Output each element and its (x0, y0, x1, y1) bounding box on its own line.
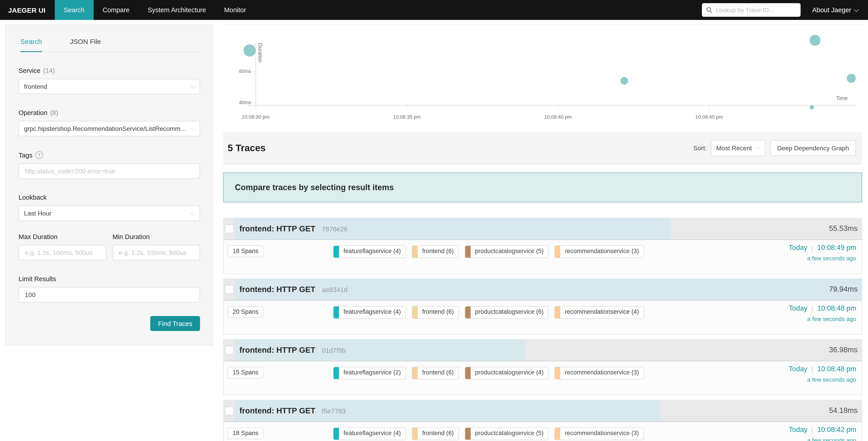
chevron-down-icon (854, 7, 859, 12)
trace-scatter-point[interactable] (244, 45, 256, 57)
service-badge: productcatalogservice (4) (465, 367, 549, 379)
sort-label: Sort: (693, 144, 707, 151)
lookback-select[interactable]: Last Hour (19, 206, 200, 221)
help-icon[interactable]: ? (35, 151, 43, 159)
service-badge: featureflagservice (4) (333, 306, 406, 319)
trace-id-lookup[interactable] (702, 3, 800, 17)
app-logo: JAEGER UI (0, 6, 55, 14)
service-badge: recommendationservice (3) (554, 367, 644, 379)
operation-select[interactable]: grpc.hipstershop.RecommendationService/L… (19, 121, 200, 136)
service-badge-label: productcatalogservice (4) (470, 367, 548, 379)
service-color-swatch (412, 367, 418, 379)
service-badge: productcatalogservice (6) (465, 306, 549, 319)
trace-date: Today (789, 304, 808, 312)
service-color-swatch (465, 246, 470, 258)
service-badge: frontend (6) (412, 428, 459, 440)
trace-select-checkbox[interactable] (225, 346, 234, 355)
service-color-swatch (555, 367, 560, 379)
trace-select-checkbox[interactable] (225, 407, 234, 415)
service-badges: featureflagservice (4)frontend (6)produc… (333, 306, 644, 319)
service-badge-label: frontend (6) (418, 367, 459, 379)
timestamp-separator: | (807, 365, 817, 373)
service-color-swatch (334, 306, 339, 318)
trace-duration: 79.94ms (829, 278, 858, 299)
span-count-badge: 15 Spans (228, 367, 264, 379)
nav-tab-system-architecture[interactable]: System Architecture (139, 0, 215, 20)
sort-select[interactable]: Most Recent (711, 140, 765, 156)
find-traces-button[interactable]: Find Traces (151, 316, 200, 331)
x-axis-tick (709, 103, 710, 110)
x-axis-line (248, 105, 856, 106)
x-axis-tick (256, 103, 256, 110)
chevron-down-icon (755, 145, 761, 150)
service-badge: featureflagservice (4) (333, 428, 406, 440)
sort-select-value: Most Recent (716, 144, 752, 151)
x-axis-tick (558, 103, 558, 110)
service-badge-label: featureflagservice (4) (339, 306, 405, 318)
trace-timestamp: Today|10:08:48 pm a few seconds ago (789, 304, 856, 322)
lookback-label: Lookback (19, 194, 200, 201)
trace-select-checkbox[interactable] (225, 225, 234, 233)
service-badge-label: recommendationservice (3) (560, 367, 643, 379)
trace-date: Today (789, 425, 808, 433)
span-count-badge: 18 Spans (228, 245, 264, 257)
trace-relative-time: a few seconds ago (789, 376, 856, 383)
trace-title: frontend: HTTP GET 7876e26 (239, 218, 347, 240)
limit-results-input[interactable] (24, 291, 195, 299)
trace-id-lookup-input[interactable] (715, 6, 794, 14)
trace-scatter-point[interactable] (847, 74, 856, 83)
trace-scatter-point[interactable] (810, 35, 820, 46)
service-color-swatch (465, 306, 470, 318)
max-duration-label: Max Duration (19, 233, 106, 240)
trace-time: 10:08:42 pm (817, 425, 856, 433)
service-badge: recommendationservice (4) (554, 306, 644, 319)
tab-json-file[interactable]: JSON File (70, 37, 101, 52)
sidebar-tabs: Search JSON File (19, 25, 200, 52)
min-duration-field (113, 245, 200, 260)
service-color-swatch (412, 306, 418, 318)
chevron-down-icon (190, 125, 195, 130)
trace-timestamp: Today|10:08:42 pm a few seconds ago (789, 425, 856, 441)
service-badge-label: productcatalogservice (5) (470, 246, 548, 258)
tags-label: Tags ? (19, 151, 200, 159)
operation-label: Operation (8) (19, 109, 200, 116)
trace-result-item[interactable]: frontend: HTTP GET f5e7783 54.18ms 18 Sp… (223, 400, 862, 441)
trace-item-header: frontend: HTTP GET 7876e26 55.53ms (223, 218, 862, 240)
service-badge: frontend (6) (412, 245, 459, 258)
tab-search[interactable]: Search (20, 37, 42, 52)
trace-id: ae8341d (322, 286, 347, 293)
service-badges: featureflagservice (4)frontend (6)produc… (333, 245, 644, 258)
trace-item-header: frontend: HTTP GET 01d7f9b 36.98ms (223, 339, 862, 361)
nav-tab-compare[interactable]: Compare (93, 0, 138, 20)
trace-title: frontend: HTTP GET f5e7783 (239, 400, 345, 422)
deep-dependency-graph-button[interactable]: Deep Dependency Graph (770, 140, 856, 155)
service-select[interactable]: frontend (19, 79, 200, 94)
tags-input[interactable] (24, 167, 195, 175)
limit-results-label: Limit Results (19, 275, 200, 283)
service-badge: recommendationservice (3) (554, 245, 644, 258)
service-label: Service (14) (19, 67, 200, 74)
trace-scatter-point[interactable] (810, 105, 814, 110)
service-color-swatch (334, 246, 339, 258)
search-sidebar: Search JSON File Service (14) frontend O… (5, 25, 213, 346)
trace-result-item[interactable]: frontend: HTTP GET ae8341d 79.94ms 20 Sp… (223, 278, 862, 334)
trace-scatter-point[interactable] (621, 77, 628, 84)
trace-id: 01d7f9b (322, 347, 346, 354)
trace-result-item[interactable]: frontend: HTTP GET 7876e26 55.53ms 18 Sp… (223, 218, 862, 274)
trace-select-checkbox[interactable] (225, 285, 234, 294)
service-badges: featureflagservice (4)frontend (6)produc… (333, 428, 644, 440)
about-jaeger-menu[interactable]: About Jaeger (812, 6, 858, 13)
nav-tab-monitor[interactable]: Monitor (215, 0, 255, 20)
service-badge: recommendationservice (3) (554, 428, 644, 440)
max-duration-input[interactable] (24, 248, 101, 257)
x-axis-tick-label: 10:08:40 pm (544, 114, 572, 120)
trace-relative-time: a few seconds ago (789, 437, 856, 441)
service-color-swatch (465, 428, 470, 440)
min-duration-input[interactable] (118, 248, 195, 257)
x-axis-tick-label: 10:08:45 pm (695, 114, 723, 120)
trace-title: frontend: HTTP GET ae8341d (239, 278, 347, 301)
operation-count: (8) (50, 109, 58, 116)
trace-result-item[interactable]: frontend: HTTP GET 01d7f9b 36.98ms 15 Sp… (223, 339, 862, 395)
jaeger-search-page: JAEGER UI Search Compare System Architec… (0, 0, 868, 441)
nav-tab-search[interactable]: Search (55, 0, 93, 20)
